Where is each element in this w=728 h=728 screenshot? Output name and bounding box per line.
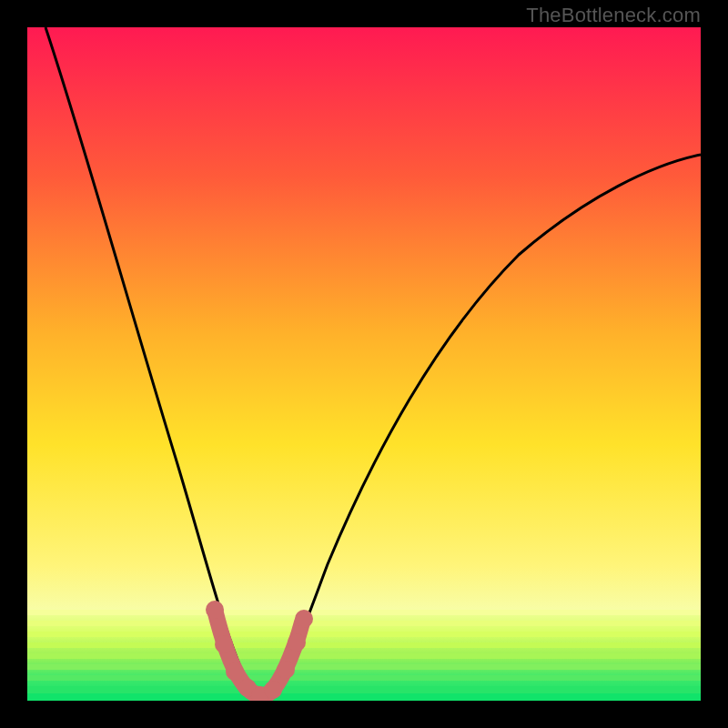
svg-rect-2 (27, 621, 701, 626)
svg-rect-5 (27, 653, 701, 659)
svg-point-18 (295, 610, 313, 628)
gradient-background (27, 27, 701, 701)
svg-point-10 (206, 601, 224, 619)
svg-rect-6 (27, 664, 701, 670)
svg-point-17 (288, 633, 306, 652)
bottom-bands (27, 610, 701, 701)
svg-rect-4 (27, 642, 701, 648)
svg-rect-9 (27, 693, 701, 701)
svg-point-16 (277, 661, 295, 679)
svg-point-12 (226, 662, 244, 681)
chart-plot-area (27, 27, 701, 701)
watermark-text: TheBottleneck.com (526, 4, 701, 27)
chart-frame: TheBottleneck.com (0, 0, 728, 728)
svg-point-15 (264, 681, 282, 699)
svg-rect-1 (27, 610, 701, 615)
chart-svg (27, 27, 701, 701)
svg-rect-3 (27, 632, 701, 637)
svg-point-11 (215, 635, 233, 653)
svg-rect-8 (27, 686, 701, 693)
svg-rect-7 (27, 675, 701, 681)
